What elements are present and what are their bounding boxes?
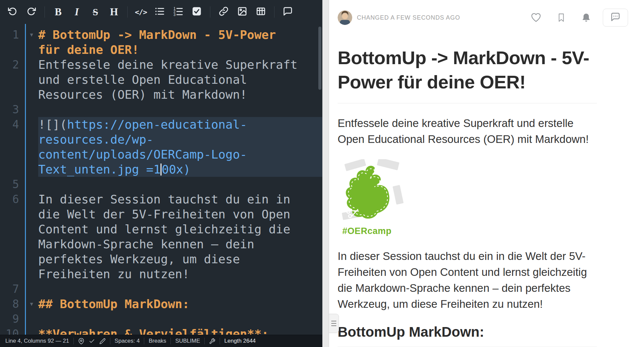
- gutter-spacer: [25, 192, 38, 282]
- fold-chevron-icon[interactable]: ▾: [25, 27, 38, 57]
- split-divider[interactable]: [322, 0, 329, 347]
- code-text: [38, 177, 322, 192]
- brush-icon[interactable]: [99, 338, 106, 344]
- checklist-icon: [192, 6, 202, 18]
- numbered-list-button[interactable]: 123: [169, 4, 187, 20]
- fold-chevron-icon[interactable]: ▾: [25, 296, 38, 311]
- code-text: Entfessele deine kreative Superkraft und…: [38, 57, 322, 102]
- markdown-preview-pane: CHANGED A FEW SECONDS AGO BottomUp -> Ma…: [329, 0, 644, 347]
- editor-scrollbar-thumb[interactable]: [318, 27, 321, 90]
- gutter-spacer: [25, 177, 38, 192]
- italic-button[interactable]: I: [68, 4, 85, 20]
- bold-button[interactable]: B: [50, 4, 67, 20]
- status-separator: [144, 338, 144, 344]
- gutter-spacer: [25, 311, 38, 326]
- checklist-button[interactable]: [188, 4, 205, 20]
- handle-bar: [331, 321, 336, 321]
- wrench-icon[interactable]: [209, 338, 215, 344]
- line-number: 9: [0, 311, 25, 326]
- bold-icon: B: [55, 6, 62, 18]
- gutter-rule: [25, 24, 26, 335]
- status-separator: [110, 338, 110, 344]
- insert-link-button[interactable]: [215, 4, 232, 20]
- editor-toolbar: B I S H </> 123: [0, 0, 322, 24]
- keymap-setting[interactable]: SUBLIME: [175, 338, 200, 344]
- insert-table-button[interactable]: [252, 4, 269, 20]
- editor-line-4-active[interactable]: 4![](https://open-educational-resources.…: [0, 117, 322, 177]
- code-text: In dieser Session tauchst du ein in die …: [38, 192, 322, 282]
- editor-line-9[interactable]: 9: [0, 311, 322, 326]
- toolbar-separator: [127, 6, 128, 18]
- strikethrough-button[interactable]: S: [87, 4, 104, 20]
- bookmark-icon[interactable]: [556, 12, 566, 23]
- comment-button[interactable]: [279, 4, 296, 20]
- speech-bubble-icon: [610, 12, 620, 23]
- code-text: # BottomUp -> MarkDown - 5V-Power für de…: [38, 27, 322, 57]
- rendered-document: BottomUp -> MarkDown - 5V-Power für dein…: [329, 46, 597, 347]
- check-icon[interactable]: [89, 338, 95, 344]
- redo-button[interactable]: [23, 4, 40, 20]
- status-separator: [73, 338, 74, 344]
- code-text: [38, 282, 322, 296]
- line-number: 8: [0, 296, 25, 311]
- code-text: ![](https://open-educational-resources.d…: [38, 117, 322, 177]
- gutter-spacer: [25, 102, 38, 117]
- undo-button[interactable]: [4, 4, 21, 20]
- numbered-list-icon: 123: [173, 6, 183, 18]
- editor-line-1[interactable]: 1▾# BottomUp -> MarkDown - 5V-Power für …: [0, 27, 322, 57]
- oercamp-logo-caption: #OERcamp: [338, 226, 407, 236]
- editor-line-8[interactable]: 8▾## BottomUp MarkDown:: [0, 296, 322, 311]
- code-text: **Verwahren & Vervielfältigen**:: [38, 326, 322, 335]
- handle-bar: [331, 325, 336, 326]
- editor-line-2[interactable]: 2Entfessele deine kreative Superkraft un…: [0, 57, 322, 102]
- line-number: 6: [0, 192, 25, 282]
- code-text: ## BottomUp MarkDown:: [38, 296, 322, 311]
- code-editor[interactable]: 1▾# BottomUp -> MarkDown - 5V-Power für …: [0, 24, 322, 335]
- toolbar-separator: [45, 6, 45, 18]
- preview-header: CHANGED A FEW SECONDS AGO: [329, 0, 644, 27]
- image-markdown-syntax: ![](: [38, 118, 67, 131]
- avatar[interactable]: [338, 10, 352, 25]
- comments-panel-button[interactable]: [603, 9, 628, 27]
- line-number: 2: [0, 57, 25, 102]
- spaces-setting[interactable]: Spaces: 4: [115, 338, 140, 344]
- status-separator: [220, 338, 220, 344]
- breaks-toggle[interactable]: Breaks: [149, 338, 166, 344]
- editor-line-6[interactable]: 6In dieser Session tauchst du ein in die…: [0, 192, 322, 282]
- table-icon: [256, 6, 266, 18]
- insert-image-button[interactable]: [234, 4, 251, 20]
- code-text: [38, 311, 322, 326]
- line-number: 4: [0, 117, 25, 177]
- image-icon: [237, 6, 247, 18]
- gutter-spacer: [25, 282, 38, 296]
- heading-button[interactable]: H: [105, 4, 123, 20]
- editor-line-10[interactable]: 10**Verwahren & Vervielfältigen**:: [0, 326, 322, 335]
- markdown-editor-pane: B I S H </> 123 1▾# BottomUp -> Ma: [0, 0, 322, 347]
- line-number: 10: [0, 326, 25, 335]
- editor-line-7[interactable]: 7: [0, 282, 322, 296]
- redo-icon: [26, 6, 36, 18]
- editor-line-5[interactable]: 5: [0, 177, 322, 192]
- line-number: 5: [0, 177, 25, 192]
- heading-icon: H: [110, 6, 118, 18]
- heart-icon[interactable]: [530, 12, 542, 23]
- bullet-list-icon: [155, 6, 164, 18]
- pin-icon[interactable]: [78, 338, 84, 344]
- section-heading: BottomUp MarkDown:: [338, 324, 597, 347]
- bell-icon[interactable]: [581, 12, 591, 23]
- toolbar-separator: [210, 6, 210, 18]
- bullet-list-button[interactable]: [151, 4, 168, 20]
- comment-icon: [283, 6, 293, 18]
- undo-icon: [8, 6, 18, 18]
- split-view-handle[interactable]: [329, 314, 339, 333]
- oercamp-logo-image: [338, 159, 404, 224]
- toolbar-separator: [274, 6, 274, 18]
- gutter-spacer: [25, 117, 38, 177]
- cursor-position-status: Line 4, Columns 92 — 21: [5, 338, 69, 344]
- gutter-spacer: [25, 57, 38, 102]
- preview-actions: [516, 9, 628, 27]
- code-block-button[interactable]: </>: [132, 4, 150, 20]
- link-icon: [219, 6, 229, 18]
- italic-icon: I: [75, 6, 79, 18]
- editor-line-3[interactable]: 3: [0, 102, 322, 117]
